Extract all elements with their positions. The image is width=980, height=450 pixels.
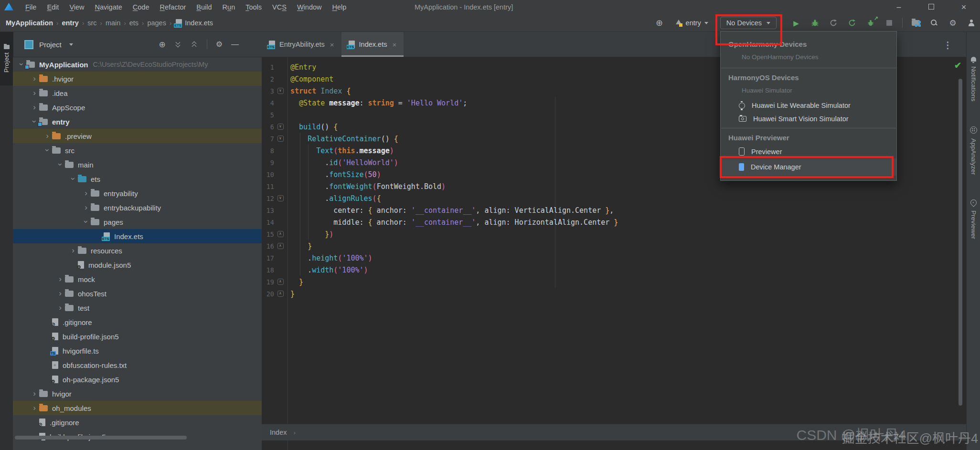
maximize-icon[interactable] xyxy=(915,0,948,14)
fold-open-icon[interactable]: ∨ xyxy=(277,195,284,201)
breadcrumb-file[interactable]: ETSIndex.ets xyxy=(176,19,213,27)
tree-row-appscope[interactable]: ›AppScope xyxy=(13,100,262,115)
search-everywhere-button[interactable] xyxy=(928,17,940,29)
collapse-all-icon[interactable] xyxy=(191,41,198,48)
tree-row--gitignore[interactable]: ⊘.gitignore xyxy=(13,315,262,329)
tree-row-build-profile-json5[interactable]: ⚙build-profile.json5 xyxy=(13,329,262,344)
tree-row-entryability[interactable]: ›entryability xyxy=(13,186,262,200)
expand-all-icon[interactable] xyxy=(174,41,182,48)
menu-item-huawei-lite-wearable-simulator[interactable]: Huawei Lite Wearable Simulator xyxy=(721,99,896,112)
tree-row-module-json5[interactable]: ⚙module.json5 xyxy=(13,258,262,272)
tree-chevron-icon[interactable]: › xyxy=(30,389,39,398)
run-config-selector[interactable]: entry xyxy=(672,19,711,27)
tree-row-index-ets[interactable]: ETSIndex.ets xyxy=(13,229,262,243)
tree-chevron-icon[interactable]: › xyxy=(30,103,39,111)
tree-chevron-icon[interactable]: › xyxy=(30,404,39,412)
editor-tab-entryability-ets[interactable]: ETSEntryAbility.ets× xyxy=(262,32,341,57)
code-line[interactable]: 12∨ .alignRules({ xyxy=(262,192,967,204)
tree-chevron-icon[interactable]: › xyxy=(43,132,52,140)
chevron-down-icon[interactable] xyxy=(69,43,73,46)
tree-chevron-icon[interactable]: › xyxy=(55,275,65,283)
project-panel-title[interactable]: Project xyxy=(39,41,62,49)
profile-button[interactable] xyxy=(966,17,977,29)
debug-restart-button[interactable]: ↗ xyxy=(865,17,876,29)
hide-panel-icon[interactable]: — xyxy=(231,41,239,48)
code-line[interactable]: 20∧} xyxy=(262,288,967,300)
fold-close-icon[interactable]: ∧ xyxy=(277,243,284,249)
tree-row-oh-package-json5[interactable]: ⚙oh-package.json5 xyxy=(13,372,262,387)
tree-row-pages[interactable]: ›pages xyxy=(13,215,262,229)
tree-row-myapplication[interactable]: ›MyApplicationC:\Users\Z\DevEcoStudioPro… xyxy=(13,57,262,72)
tool-window-button-previewer[interactable]: Previewer xyxy=(970,199,977,239)
fold-close-icon[interactable]: ∧ xyxy=(277,279,284,285)
menu-item-tools[interactable]: Tools xyxy=(240,0,267,14)
device-selector[interactable]: No Devices xyxy=(720,17,777,29)
tree-row--hvigor[interactable]: ›.hvigor xyxy=(13,72,262,86)
breadcrumb-item[interactable]: pages xyxy=(146,19,167,27)
tree-chevron-icon[interactable]: › xyxy=(18,59,26,69)
code-line[interactable]: 14 middle: { anchor: '__container__', al… xyxy=(262,216,967,228)
menu-item-refactor[interactable]: Refactor xyxy=(155,0,192,14)
editor-options-kebab-icon[interactable]: ⋮ xyxy=(943,40,952,51)
tree-chevron-icon[interactable]: › xyxy=(56,159,64,169)
breadcrumb-item[interactable]: MyApplication xyxy=(5,19,54,27)
fold-close-icon[interactable]: ∧ xyxy=(277,291,284,297)
menu-item-view[interactable]: View xyxy=(64,0,89,14)
code-line[interactable]: 17 .height('100%') xyxy=(262,252,967,264)
fold-open-icon[interactable]: ∨ xyxy=(277,88,284,94)
menu-item-code[interactable]: Code xyxy=(128,0,155,14)
tree-row-hvigor[interactable]: ›hvigor xyxy=(13,387,262,401)
menu-item-run[interactable]: Run xyxy=(217,0,241,14)
menu-item-file[interactable]: File xyxy=(20,0,42,14)
tool-window-button-appanalyzer[interactable]: AppAnalyzer xyxy=(970,126,977,175)
tree-row--preview[interactable]: ›.preview xyxy=(13,129,262,143)
tree-row-obfuscation-rules-txt[interactable]: ≡obfuscation-rules.txt xyxy=(13,358,262,372)
restart-app-button[interactable] xyxy=(846,17,858,29)
menu-item-navigate[interactable]: Navigate xyxy=(90,0,128,14)
tree-row-ohostest[interactable]: ›ohosTest xyxy=(13,286,262,301)
tree-row-src[interactable]: ›src xyxy=(13,143,262,157)
tree-chevron-icon[interactable]: › xyxy=(30,74,39,83)
breadcrumb-item[interactable]: ets xyxy=(128,19,139,27)
tree-chevron-icon[interactable]: › xyxy=(82,217,90,226)
menu-item-edit[interactable]: Edit xyxy=(42,0,64,14)
breadcrumb-item[interactable]: main xyxy=(105,19,121,27)
menu-item-huawei-smart-vision-simulator[interactable]: Huawei Smart Vision Simulator xyxy=(721,112,896,126)
breadcrumb-item[interactable]: src xyxy=(86,19,97,27)
attach-debugger-button[interactable] xyxy=(828,17,839,29)
editor-tab-index-ets[interactable]: ETSIndex.ets× xyxy=(341,32,404,57)
run-button[interactable]: ▶ xyxy=(790,17,802,29)
menu-item-help[interactable]: Help xyxy=(327,0,352,14)
minimize-icon[interactable]: – xyxy=(883,0,915,14)
tree-row-hvigorfile-ts[interactable]: TShvigorfile.ts xyxy=(13,344,262,358)
menu-item-previewer[interactable]: Previewer xyxy=(721,145,896,158)
code-line[interactable]: 18 .width('100%') xyxy=(262,264,967,276)
tree-chevron-icon[interactable]: › xyxy=(81,203,91,211)
settings-button[interactable]: ⚙ xyxy=(947,17,959,29)
tool-window-button-notifications[interactable]: Notifications xyxy=(970,57,977,102)
tree-row--idea[interactable]: ›.idea xyxy=(13,86,262,100)
tree-chevron-icon[interactable]: › xyxy=(69,174,77,183)
target-icon[interactable]: ⊕ xyxy=(654,17,665,29)
code-line[interactable]: 11 .fontWeight(FontWeight.Bold) xyxy=(262,180,967,192)
tree-chevron-icon[interactable]: › xyxy=(30,89,39,97)
inspection-ok-icon[interactable]: ✔ xyxy=(954,60,961,71)
close-icon[interactable]: × xyxy=(330,41,334,49)
tree-row-ets[interactable]: ›ets xyxy=(13,172,262,186)
device-file-browser-button[interactable] xyxy=(910,17,921,29)
tree-chevron-icon[interactable]: › xyxy=(68,246,78,254)
code-line[interactable]: 15∧ }) xyxy=(262,228,967,240)
locate-icon[interactable]: ⊕ xyxy=(159,41,165,49)
close-icon[interactable]: × xyxy=(948,0,980,14)
editor-breadcrumb-item[interactable]: Index xyxy=(270,429,287,436)
menu-item-device-manager[interactable]: Device Manager xyxy=(721,158,896,176)
menu-item-vcs[interactable]: VCS xyxy=(267,0,292,14)
tree-chevron-icon[interactable]: › xyxy=(55,289,65,297)
stop-button[interactable] xyxy=(884,17,895,29)
horizontal-scrollbar[interactable] xyxy=(15,436,187,440)
tree-row-test[interactable]: ›test xyxy=(13,301,262,315)
breadcrumb-item[interactable]: entry xyxy=(61,19,79,27)
gear-icon[interactable]: ⚙ xyxy=(216,41,223,48)
tree-chevron-icon[interactable]: › xyxy=(43,145,52,155)
tree-row-oh_modules[interactable]: ›oh_modules xyxy=(13,401,262,415)
